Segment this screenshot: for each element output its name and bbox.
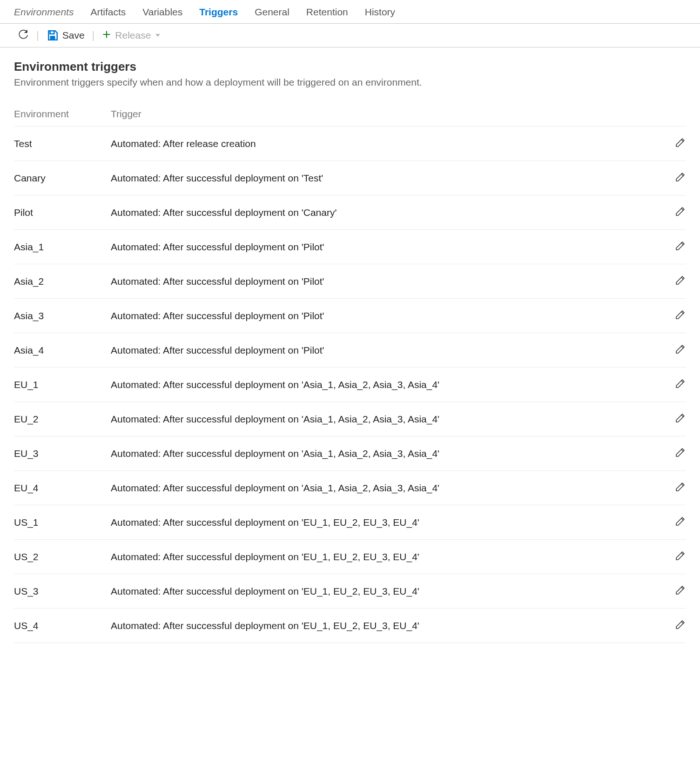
refresh-icon (18, 30, 29, 41)
pencil-icon (675, 412, 686, 426)
pencil-icon (675, 481, 686, 495)
toolbar: | Save | Release (0, 24, 700, 47)
page-title: Environment triggers (14, 60, 686, 74)
table-row: Asia_2Automated: After successful deploy… (14, 264, 686, 299)
triggers-table: Environment Trigger TestAutomated: After… (0, 108, 700, 643)
pencil-icon (675, 171, 686, 185)
svg-line-10 (681, 346, 683, 348)
env-name: Asia_2 (14, 276, 111, 287)
trigger-text: Automated: After successful deployment o… (111, 379, 658, 390)
env-name: Asia_4 (14, 345, 111, 356)
edit-button[interactable] (675, 550, 686, 563)
table-row: US_2Automated: After successful deployme… (14, 540, 686, 574)
edit-button[interactable] (675, 516, 686, 529)
trigger-text: Automated: After successful deployment o… (111, 482, 658, 494)
trigger-text: Automated: After successful deployment o… (111, 310, 658, 322)
table-row: EU_1Automated: After successful deployme… (14, 368, 686, 402)
table-row: US_4Automated: After successful deployme… (14, 609, 686, 643)
pencil-icon (675, 516, 686, 529)
svg-line-16 (681, 553, 683, 555)
edit-button[interactable] (675, 240, 686, 254)
pencil-icon (675, 584, 686, 598)
svg-rect-0 (50, 31, 54, 34)
table-row: PilotAutomated: After successful deploym… (14, 195, 686, 230)
table-row: EU_2Automated: After successful deployme… (14, 402, 686, 436)
release-label: Release (115, 30, 151, 41)
env-name: EU_1 (14, 379, 111, 390)
trigger-text: Automated: After successful deployment o… (111, 173, 658, 184)
env-name: EU_3 (14, 448, 111, 459)
save-icon (47, 29, 59, 41)
page-subtitle: Environment triggers specify when and ho… (14, 77, 686, 88)
tab-triggers[interactable]: Triggers (199, 7, 238, 18)
svg-line-14 (681, 484, 683, 486)
trigger-text: Automated: After successful deployment o… (111, 586, 658, 597)
table-row: Asia_4Automated: After successful deploy… (14, 333, 686, 368)
tab-bar: Environments Artifacts Variables Trigger… (0, 0, 700, 24)
plus-icon (102, 30, 111, 41)
trigger-text: Automated: After successful deployment o… (111, 517, 658, 528)
table-row: CanaryAutomated: After successful deploy… (14, 161, 686, 195)
edit-button[interactable] (675, 584, 686, 598)
table-row: TestAutomated: After release creation (14, 127, 686, 161)
svg-line-8 (681, 277, 683, 279)
refresh-button[interactable] (18, 30, 29, 41)
edit-button[interactable] (675, 137, 686, 150)
svg-rect-1 (50, 36, 55, 40)
pencil-icon (675, 309, 686, 322)
tab-artifacts[interactable]: Artifacts (90, 7, 126, 18)
tab-general[interactable]: General (255, 7, 289, 18)
table-row: EU_3Automated: After successful deployme… (14, 436, 686, 471)
trigger-text: Automated: After successful deployment o… (111, 620, 658, 631)
env-name: EU_2 (14, 414, 111, 425)
env-name: Asia_3 (14, 310, 111, 322)
env-name: US_1 (14, 517, 111, 528)
edit-button[interactable] (675, 309, 686, 322)
trigger-text: Automated: After successful deployment o… (111, 551, 658, 563)
svg-line-4 (681, 140, 683, 141)
edit-button[interactable] (675, 343, 686, 357)
svg-line-7 (681, 243, 683, 245)
edit-button[interactable] (675, 206, 686, 219)
svg-line-6 (681, 208, 683, 210)
svg-line-15 (681, 518, 683, 520)
env-name: Asia_1 (14, 241, 111, 253)
pencil-icon (675, 343, 686, 357)
svg-line-11 (681, 381, 683, 382)
env-name: Test (14, 138, 111, 149)
tab-history[interactable]: History (365, 7, 395, 18)
env-name: US_2 (14, 551, 111, 563)
svg-line-12 (681, 415, 683, 417)
trigger-text: Automated: After successful deployment o… (111, 276, 658, 287)
pencil-icon (675, 619, 686, 632)
edit-button[interactable] (675, 619, 686, 632)
tab-environments[interactable]: Environments (14, 7, 74, 18)
env-name: US_4 (14, 620, 111, 631)
edit-button[interactable] (675, 481, 686, 495)
table-row: US_3Automated: After successful deployme… (14, 574, 686, 609)
tab-variables[interactable]: Variables (142, 7, 182, 18)
table-row: Asia_3Automated: After successful deploy… (14, 299, 686, 333)
edit-button[interactable] (675, 378, 686, 391)
edit-button[interactable] (675, 275, 686, 288)
tab-retention[interactable]: Retention (306, 7, 348, 18)
edit-button[interactable] (675, 412, 686, 426)
edit-button[interactable] (675, 447, 686, 460)
edit-button[interactable] (675, 171, 686, 185)
pencil-icon (675, 137, 686, 150)
trigger-text: Automated: After successful deployment o… (111, 448, 658, 459)
table-row: Asia_1Automated: After successful deploy… (14, 230, 686, 264)
svg-line-9 (681, 312, 683, 314)
separator: | (92, 29, 95, 41)
table-row: EU_4Automated: After successful deployme… (14, 471, 686, 505)
trigger-text: Automated: After successful deployment o… (111, 414, 658, 425)
trigger-text: Automated: After successful deployment o… (111, 241, 658, 253)
svg-line-18 (681, 622, 683, 623)
pencil-icon (675, 378, 686, 391)
section-heading: Environment triggers Environment trigger… (0, 47, 700, 88)
trigger-text: Automated: After successful deployment o… (111, 345, 658, 356)
pencil-icon (675, 447, 686, 460)
save-button[interactable]: Save (47, 29, 85, 41)
pencil-icon (675, 550, 686, 563)
release-button[interactable]: Release (102, 30, 160, 41)
